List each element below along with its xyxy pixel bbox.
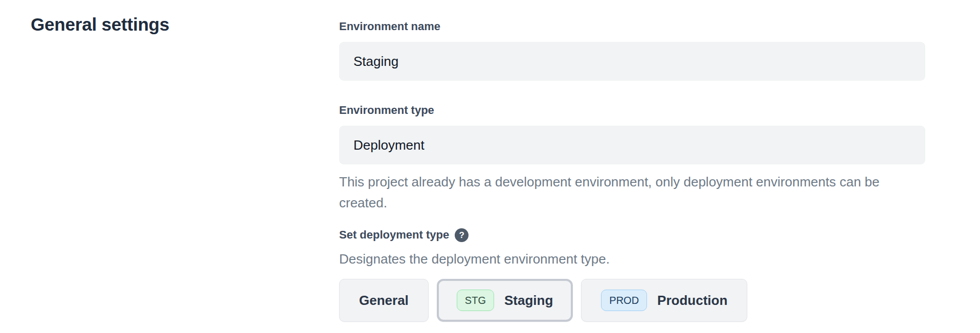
page-title: General settings bbox=[31, 14, 339, 35]
deployment-type-group: Set deployment type ? Designates the dep… bbox=[339, 228, 925, 322]
deployment-type-option-production-label: Production bbox=[657, 293, 727, 308]
deployment-type-label: Set deployment type bbox=[339, 228, 449, 242]
environment-name-input[interactable] bbox=[339, 42, 925, 81]
settings-left-column: General settings bbox=[0, 0, 339, 322]
environment-name-label: Environment name bbox=[339, 19, 925, 34]
deployment-type-option-general-label: General bbox=[359, 293, 409, 308]
environment-type-label: Environment type bbox=[339, 103, 925, 117]
settings-page: General settings Environment name Enviro… bbox=[0, 0, 980, 322]
production-badge: PROD bbox=[601, 290, 647, 311]
staging-badge: STG bbox=[457, 290, 494, 311]
environment-type-group: Environment type This project already ha… bbox=[339, 103, 925, 213]
deployment-type-option-general[interactable]: General bbox=[339, 279, 429, 322]
deployment-type-option-staging-label: Staging bbox=[504, 293, 553, 308]
environment-name-group: Environment name bbox=[339, 19, 925, 81]
environment-type-help-text: This project already has a development e… bbox=[339, 172, 904, 213]
deployment-type-options: General STG Staging PROD Production bbox=[339, 279, 925, 322]
deployment-type-option-production[interactable]: PROD Production bbox=[581, 279, 747, 322]
deployment-type-option-staging[interactable]: STG Staging bbox=[437, 279, 573, 322]
question-mark-icon[interactable]: ? bbox=[455, 228, 469, 242]
deployment-type-label-row: Set deployment type ? bbox=[339, 228, 925, 242]
deployment-type-description: Designates the deployment environment ty… bbox=[339, 249, 925, 269]
settings-form: Environment name Environment type This p… bbox=[339, 0, 925, 322]
environment-type-input[interactable] bbox=[339, 126, 925, 164]
